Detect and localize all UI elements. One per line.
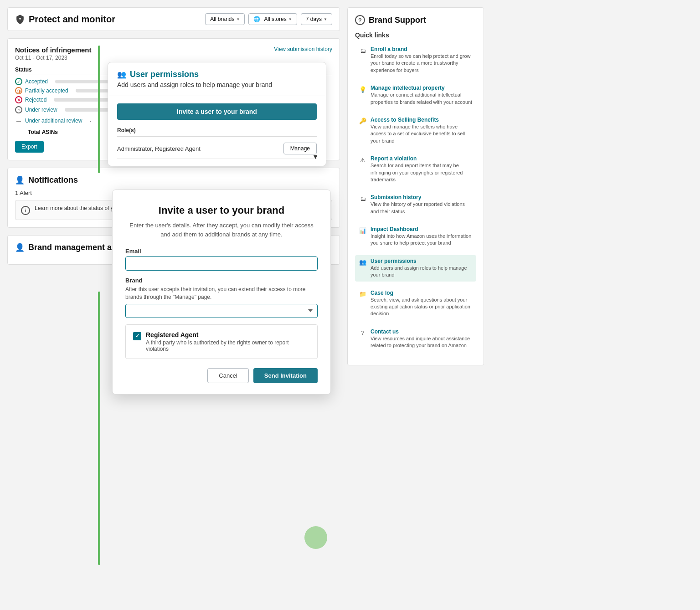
export-button[interactable]: Export xyxy=(15,141,44,153)
quick-link-name-1[interactable]: Manage intellectual property xyxy=(371,85,473,91)
quick-links-list: 🗂 Enroll a brand Enroll today so we can … xyxy=(355,43,476,352)
email-group: Email xyxy=(125,248,318,271)
quick-link-name-5[interactable]: Impact Dashboard xyxy=(371,226,473,232)
brand-select[interactable] xyxy=(125,304,318,318)
brand-note: After this user accepts their invitation… xyxy=(125,286,318,301)
quick-links-title: Quick links xyxy=(355,31,476,39)
quick-link-desc-1: Manage or connect additional intellectua… xyxy=(371,92,473,106)
quick-link-content-6: User permissions Add users and assign ro… xyxy=(371,258,473,279)
quick-link-icon-7: 📁 xyxy=(359,290,367,298)
quick-link-item-4[interactable]: 🗂 Submission history View the history of… xyxy=(355,191,476,218)
cancel-button[interactable]: Cancel xyxy=(207,368,248,383)
quick-link-desc-2: View and manage the sellers who have acc… xyxy=(371,123,473,144)
quick-link-item-6[interactable]: 👥 User permissions Add users and assign … xyxy=(355,255,476,282)
quick-link-icon-6: 👥 xyxy=(359,258,367,267)
registered-agent-checkbox[interactable] xyxy=(133,332,141,340)
total-label: Total ASINs xyxy=(28,129,58,135)
up-table-row: Administrator, Registered Agent Manage xyxy=(117,139,317,159)
quick-link-name-0[interactable]: Enroll a brand xyxy=(371,46,473,52)
quick-link-desc-5: Insight into how Amazon uses the informa… xyxy=(371,233,473,247)
review-icon: ○ xyxy=(15,106,22,113)
header-controls: All brands 🌐 All stores 7 days xyxy=(205,13,332,25)
up-title: 👥 User permissions xyxy=(117,70,317,79)
quick-link-icon-4: 🗂 xyxy=(359,195,367,203)
quick-link-content-8: Contact us View resources and inquire ab… xyxy=(371,328,473,349)
brand-dropdown[interactable]: All brands xyxy=(205,13,245,25)
accepted-label: Accepted xyxy=(25,78,48,85)
up-body: Invite a user to your brand Role(s) Admi… xyxy=(108,96,326,166)
quick-link-desc-3: Search for and report items that may be … xyxy=(371,162,473,183)
email-input[interactable] xyxy=(125,256,318,271)
quick-link-item-2[interactable]: 🔑 Access to Selling Benefits View and ma… xyxy=(355,114,476,147)
quick-link-content-3: Report a violation Search for and report… xyxy=(371,155,473,183)
view-history-link[interactable]: View submission history xyxy=(274,46,332,52)
role-col-header: Role(s) xyxy=(117,127,317,133)
quick-link-icon-5: 📊 xyxy=(359,226,367,235)
quick-link-name-4[interactable]: Submission history xyxy=(371,194,473,200)
quick-link-content-7: Case log Search, view, and ask questions… xyxy=(371,290,473,318)
question-icon: ? xyxy=(355,15,365,25)
brand-support-title: ? Brand Support xyxy=(355,15,476,25)
quick-link-icon-2: 🔑 xyxy=(359,117,367,125)
shield-icon xyxy=(15,14,25,24)
send-invitation-button[interactable]: Send Invitation xyxy=(253,368,318,383)
partial-label: Partially accepted xyxy=(25,87,68,94)
additional-val: - xyxy=(89,118,98,123)
up-header: 👥 User permissions Add users and assign … xyxy=(108,62,326,96)
info-icon: i xyxy=(21,206,30,215)
quick-link-item-1[interactable]: 💡 Manage intellectual property Manage or… xyxy=(355,82,476,108)
user-permissions-popup: 👥 User permissions Add users and assign … xyxy=(108,62,326,166)
quick-link-desc-0: Enroll today so we can help protect and … xyxy=(371,53,473,74)
checkbox-title: Registered Agent xyxy=(146,331,310,338)
modal-footer: Cancel Send Invitation xyxy=(125,368,318,383)
notices-date: Oct 11 - Oct 17, 2023 xyxy=(15,55,332,61)
quick-link-content-0: Enroll a brand Enroll today so we can he… xyxy=(371,46,473,74)
quick-link-content-1: Manage intellectual property Manage or c… xyxy=(371,85,473,106)
click-indicator xyxy=(304,526,327,549)
quick-link-icon-1: 💡 xyxy=(359,85,367,93)
brand-label: Brand xyxy=(125,277,318,284)
modal-subtitle: Enter the user's details. After they acc… xyxy=(125,221,318,239)
up-table-header: Role(s) xyxy=(117,127,317,137)
quick-link-name-6[interactable]: User permissions xyxy=(371,258,473,264)
quick-link-icon-0: 🗂 xyxy=(359,46,367,55)
quick-link-desc-6: Add users and assign roles to help manag… xyxy=(371,265,473,279)
brand-group: Brand After this user accepts their invi… xyxy=(125,277,318,318)
checkbox-desc: A third party who is authorized by the r… xyxy=(146,339,310,352)
notifications-title: 👤 Notifications xyxy=(15,175,332,185)
people-icon: 👥 xyxy=(117,70,126,79)
quick-link-item-0[interactable]: 🗂 Enroll a brand Enroll today so we can … xyxy=(355,43,476,77)
invite-modal: Invite a user to your brand Enter the us… xyxy=(112,190,331,395)
svg-point-0 xyxy=(19,18,21,20)
quick-link-desc-4: View the history of your reported violat… xyxy=(371,201,473,215)
quick-link-name-3[interactable]: Report a violation xyxy=(371,155,473,162)
quick-link-item-7[interactable]: 📁 Case log Search, view, and ask questio… xyxy=(355,287,476,320)
quick-link-name-2[interactable]: Access to Selling Benefits xyxy=(371,117,473,123)
quick-link-icon-3: ⚠ xyxy=(359,156,367,164)
right-panel: ? Brand Support Quick links 🗂 Enroll a b… xyxy=(347,7,484,603)
partial-icon: ◑ xyxy=(15,87,22,94)
additional-icon: — xyxy=(15,117,22,124)
quick-link-content-4: Submission history View the history of y… xyxy=(371,194,473,215)
up-subtitle: Add users and assign roles to help manag… xyxy=(117,81,317,88)
email-label: Email xyxy=(125,248,318,255)
store-dropdown[interactable]: 🌐 All stores xyxy=(248,13,297,25)
quick-link-content-2: Access to Selling Benefits View and mana… xyxy=(371,117,473,144)
manage-button[interactable]: Manage xyxy=(283,143,317,154)
quick-link-name-8[interactable]: Contact us xyxy=(371,328,473,335)
checkbox-content: Registered Agent A third party who is au… xyxy=(146,331,310,352)
status-col-header: Status xyxy=(15,67,88,73)
quick-link-content-5: Impact Dashboard Insight into how Amazon… xyxy=(371,226,473,247)
quick-link-item-3[interactable]: ⚠ Report a violation Search for and repo… xyxy=(355,153,476,186)
quick-link-name-7[interactable]: Case log xyxy=(371,290,473,296)
additional-label: Under additional review xyxy=(25,118,82,124)
quick-link-item-5[interactable]: 📊 Impact Dashboard Insight into how Amaz… xyxy=(355,223,476,250)
person-icon: 👤 xyxy=(15,175,25,185)
quick-link-item-8[interactable]: ? Contact us View resources and inquire … xyxy=(355,326,476,352)
up-chevron: ▼ xyxy=(312,153,319,160)
checkbox-row: Registered Agent A third party who is au… xyxy=(133,331,310,352)
time-dropdown[interactable]: 7 days xyxy=(301,13,332,25)
checkbox-section: Registered Agent A third party who is au… xyxy=(125,324,318,359)
accepted-icon: ✓ xyxy=(15,78,22,85)
invite-user-button[interactable]: Invite a user to your brand xyxy=(117,103,317,120)
